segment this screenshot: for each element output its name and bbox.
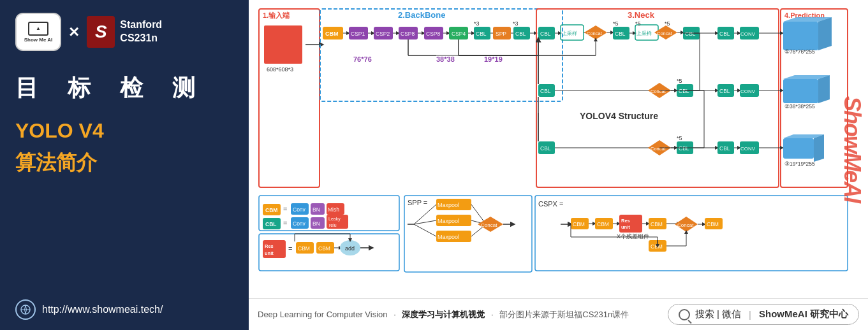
svg-text:*5: *5 <box>635 20 641 27</box>
svg-text:CBL: CBL <box>540 145 551 152</box>
svg-text:Conv: Conv <box>293 206 306 213</box>
svg-text:CBM: CBM <box>651 243 663 250</box>
svg-text:BN: BN <box>313 220 320 227</box>
svg-text:CBL: CBL <box>685 31 696 37</box>
bottom-dot2: · <box>491 310 494 319</box>
svg-text:=: = <box>283 205 287 213</box>
stanford-logo: S Stanford CS231n <box>87 16 162 48</box>
svg-rect-124 <box>783 79 818 103</box>
stanford-text: Stanford CS231n <box>120 18 162 45</box>
svg-text:76*76: 76*76 <box>353 55 372 63</box>
website-url: http://www.showmeai.tech/ <box>42 304 163 315</box>
stanford-line1: Stanford <box>120 18 162 32</box>
yolo-title: YOLO V4 <box>15 119 233 143</box>
screen-icon <box>28 22 48 36</box>
website-icon <box>15 299 36 320</box>
svg-text:CBL: CBL <box>719 145 730 152</box>
bottom-bar: Deep Learning for Computer Vision · 深度学习… <box>249 298 868 330</box>
algo-title: 算法简介 <box>15 149 233 177</box>
svg-text:*5: *5 <box>677 135 682 141</box>
svg-text:unit: unit <box>621 224 630 230</box>
svg-text:SPP: SPP <box>496 31 506 37</box>
logo-area: Show Me AI × S Stanford CS231n <box>15 13 233 51</box>
svg-text:Res: Res <box>265 243 274 249</box>
svg-text:上采样: 上采样 <box>636 31 652 36</box>
svg-text:*5: *5 <box>677 78 682 84</box>
svg-text:CSP8: CSP8 <box>426 31 440 37</box>
svg-text:CBL: CBL <box>265 221 276 227</box>
svg-text:*3: *3 <box>474 20 480 27</box>
search-label: 搜索 | 微信 <box>695 308 741 320</box>
svg-text:Leaky: Leaky <box>328 217 341 222</box>
title-cn: 目 标 检 测 <box>15 73 233 104</box>
search-icon <box>679 309 690 320</box>
bottom-description: Deep Learning for Computer Vision · 深度学习… <box>258 309 629 320</box>
search-box[interactable]: 搜索 | 微信 | ShowMeAI 研究中心 <box>668 304 859 325</box>
svg-text:SPP =: SPP = <box>408 199 427 206</box>
svg-text:CONV: CONV <box>740 31 756 37</box>
stanford-line2: CS231n <box>120 32 162 45</box>
svg-text:Concat: Concat <box>677 222 694 228</box>
watermark: ShowMeAI <box>836 0 868 298</box>
svg-text:Maxpool: Maxpool <box>438 218 459 224</box>
svg-text:Concat: Concat <box>481 222 497 228</box>
svg-text:Concat: Concat <box>651 146 666 152</box>
svg-text:Res: Res <box>621 218 630 224</box>
content-area: ShowMeAI 1.输入端 608*608*3 2.BackBone CBM … <box>249 0 868 330</box>
svg-text:CSP4: CSP4 <box>452 31 466 37</box>
svg-text:*3: *3 <box>513 20 519 27</box>
svg-text:Concat: Concat <box>587 31 603 36</box>
svg-text:X个残差组件: X个残差组件 <box>617 233 649 240</box>
bottom-text-cn: 深度学习与计算机视觉 <box>402 310 485 319</box>
svg-text:③19*19*255: ③19*19*255 <box>784 161 815 167</box>
svg-text:CBM: CBM <box>597 221 609 227</box>
svg-text:CBL: CBL <box>476 31 487 37</box>
svg-text:19*19: 19*19 <box>484 55 503 63</box>
svg-text:=: = <box>283 219 287 227</box>
watermark-text: ShowMeAI <box>839 96 865 202</box>
diagram-container: ShowMeAI 1.输入端 608*608*3 2.BackBone CBM … <box>249 0 868 298</box>
svg-text:BN: BN <box>313 206 320 213</box>
svg-text:3.Neck: 3.Neck <box>628 10 655 20</box>
svg-text:CBL: CBL <box>719 88 730 94</box>
svg-line-175 <box>414 224 436 236</box>
main-diagram: 1.输入端 608*608*3 2.BackBone CBM CSP1 CSP2 <box>258 8 851 272</box>
svg-text:CBM: CBM <box>265 207 277 213</box>
svg-text:relu: relu <box>329 223 337 227</box>
stanford-s-icon: S <box>87 16 115 48</box>
svg-text:CBL: CBL <box>540 31 551 37</box>
sidebar: Show Me AI × S Stanford CS231n 目 标 检 测 Y… <box>0 0 249 330</box>
svg-text:unit: unit <box>265 250 274 256</box>
multiply-sign: × <box>69 22 79 42</box>
svg-text:CBL: CBL <box>719 31 730 37</box>
svg-marker-115 <box>818 17 832 50</box>
svg-text:CBL: CBL <box>615 31 626 37</box>
svg-text:Concat: Concat <box>657 31 673 36</box>
svg-rect-135 <box>783 138 814 159</box>
svg-text:Maxpool: Maxpool <box>438 234 459 240</box>
website-area[interactable]: http://www.showmeai.tech/ <box>15 299 233 320</box>
svg-text:CBL: CBL <box>540 88 551 94</box>
svg-text:CBM: CBM <box>573 221 585 227</box>
svg-marker-126 <box>818 75 830 103</box>
search-brand: ShowMeAI 研究中心 <box>759 308 848 320</box>
svg-text:2.BackBone: 2.BackBone <box>398 10 445 20</box>
bottom-text-part3: 部分图片来源于斯坦福CS231n课件 <box>499 310 629 319</box>
svg-text:*5: *5 <box>613 20 619 27</box>
svg-text:608*608*3: 608*608*3 <box>267 66 293 73</box>
svg-text:CBM: CBM <box>707 221 719 227</box>
svg-text:1.输入端: 1.输入端 <box>263 11 290 19</box>
svg-text:Maxpool: Maxpool <box>438 202 459 208</box>
divider: | <box>749 309 751 320</box>
svg-text:CSPX =: CSPX = <box>538 200 563 208</box>
bottom-dot1: · <box>394 310 396 319</box>
svg-text:CBL: CBL <box>679 88 689 94</box>
svg-text:Conv: Conv <box>293 220 306 227</box>
svg-text:YOLOV4 Structure: YOLOV4 Structure <box>580 111 658 121</box>
svg-text:Mish: Mish <box>328 206 339 213</box>
bottom-text-part1: Deep Learning for Computer Vision <box>258 310 388 319</box>
svg-text:CBM: CBM <box>325 31 339 37</box>
svg-text:CSP1: CSP1 <box>351 31 365 37</box>
svg-text:CONV: CONV <box>740 146 756 152</box>
svg-text:CBM: CBM <box>318 245 330 252</box>
